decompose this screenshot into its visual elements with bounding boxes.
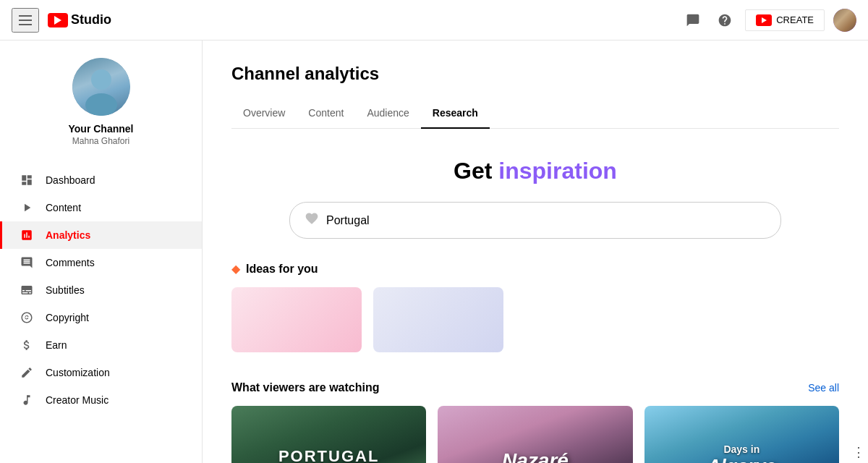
sidebar-item-dashboard[interactable]: Dashboard	[0, 166, 202, 194]
search-input[interactable]	[326, 214, 766, 227]
tab-overview[interactable]: Overview	[231, 98, 297, 129]
tab-research[interactable]: Research	[421, 98, 490, 129]
search-heart-icon	[305, 211, 319, 229]
profile-channel-name: Your Channel	[69, 123, 134, 135]
videos-grid: PORTUGAL Top Ten 9:29 Top 10 Places To V…	[231, 406, 839, 463]
sidebar-navigation: Dashboard Content Analytics Comments Sub…	[0, 161, 202, 420]
sidebar-profile: Your Channel Mahna Ghafori	[0, 41, 202, 161]
thumb-title-nazare: Nazaré	[502, 449, 569, 463]
video-more-button-3[interactable]: ⋮	[849, 441, 868, 463]
dashboard-icon	[20, 174, 34, 187]
sidebar: Your Channel Mahna Ghafori Dashboard Con…	[0, 41, 203, 463]
sidebar-item-creator-music[interactable]: Creator Music	[0, 386, 202, 414]
top-nav-right: CREATE	[681, 9, 856, 32]
youtube-icon	[48, 13, 68, 27]
create-icon	[756, 14, 772, 26]
thumb-title-algarve: Algarve	[707, 455, 776, 463]
analytics-tabs: Overview Content Audience Research	[231, 98, 839, 129]
top-nav-left: Studio	[12, 8, 111, 33]
ideas-for-you-section: ◆ Ideas for you	[231, 262, 839, 352]
inspiration-static-text: Get	[454, 158, 498, 184]
video-thumb-nazare: Nazaré OUR FAVORITE PLACE IN PORTUGAL 7:…	[438, 406, 632, 463]
video-card-algarve[interactable]: Days in Algarve 4K 10:22 How to Spend 5 …	[644, 406, 839, 463]
create-button[interactable]: CREATE	[745, 9, 825, 31]
video-card-nazare[interactable]: Nazaré OUR FAVORITE PLACE IN PORTUGAL 7:…	[438, 406, 632, 463]
idea-card-1[interactable]	[231, 287, 362, 352]
video-thumb-algarve: Days in Algarve 4K 10:22	[644, 406, 839, 463]
analytics-icon	[20, 229, 34, 242]
inspiration-section: Get inspiration	[231, 158, 839, 239]
see-all-button[interactable]: See all	[808, 382, 839, 394]
ideas-section-header: ◆ Ideas for you	[231, 262, 839, 276]
sidebar-item-customization-label: Customization	[46, 367, 110, 378]
main-content: Channel analytics Overview Content Audie…	[203, 41, 868, 463]
comments-icon	[20, 256, 34, 269]
sidebar-item-analytics-label: Analytics	[46, 229, 90, 241]
messages-button[interactable]	[681, 9, 705, 32]
sidebar-item-copyright[interactable]: Copyright	[0, 304, 202, 331]
create-label: CREATE	[776, 14, 814, 25]
sidebar-item-comments[interactable]: Comments	[0, 249, 202, 276]
sidebar-item-earn[interactable]: Earn	[0, 331, 202, 359]
sidebar-item-content-label: Content	[46, 202, 81, 213]
ideas-grid	[231, 287, 839, 352]
sidebar-item-comments-label: Comments	[46, 257, 95, 268]
profile-avatar	[72, 58, 130, 116]
viewers-header: What viewers are watching See all	[231, 381, 839, 394]
thumb-days-algarve: Days in	[723, 443, 760, 455]
sidebar-item-creator-music-label: Creator Music	[46, 394, 109, 406]
tab-audience[interactable]: Audience	[355, 98, 420, 129]
customization-icon	[20, 366, 34, 379]
svg-point-0	[91, 69, 111, 90]
copyright-icon	[20, 311, 34, 324]
search-bar	[289, 202, 781, 239]
studio-label: Studio	[71, 12, 111, 27]
viewers-section: What viewers are watching See all PORTUG…	[231, 381, 839, 463]
tab-content[interactable]: Content	[297, 98, 355, 129]
top-nav: Studio CREATE	[0, 0, 868, 41]
subtitles-icon	[20, 284, 34, 297]
sidebar-item-subtitles[interactable]: Subtitles	[0, 276, 202, 304]
ideas-section-title: Ideas for you	[246, 263, 318, 276]
profile-handle: Mahna Ghafori	[72, 136, 129, 146]
thumb-overlay-portugal: PORTUGAL Top Ten	[231, 406, 426, 463]
svg-point-1	[85, 93, 117, 116]
thumb-title-portugal: PORTUGAL	[278, 447, 379, 463]
youtube-logo-link[interactable]: Studio	[48, 12, 111, 27]
video-thumb-portugal: PORTUGAL Top Ten 9:29	[231, 406, 426, 463]
viewers-section-title: What viewers are watching	[231, 381, 380, 394]
spark-icon: ◆	[231, 262, 240, 276]
page-title: Channel analytics	[231, 64, 839, 84]
idea-card-2[interactable]	[373, 287, 503, 352]
sidebar-item-dashboard-label: Dashboard	[46, 174, 95, 186]
content-icon	[20, 201, 34, 214]
creator-music-icon	[20, 394, 34, 407]
sidebar-item-customization[interactable]: Customization	[0, 359, 202, 386]
menu-toggle-button[interactable]	[12, 8, 39, 33]
sidebar-item-subtitles-label: Subtitles	[46, 284, 85, 296]
inspiration-heading: Get inspiration	[231, 158, 839, 184]
sidebar-item-analytics[interactable]: Analytics	[0, 221, 202, 249]
profile-avatar-image	[72, 58, 130, 116]
sidebar-item-content[interactable]: Content	[0, 194, 202, 221]
sidebar-item-copyright-label: Copyright	[46, 312, 89, 323]
video-card-portugal[interactable]: PORTUGAL Top Ten 9:29 Top 10 Places To V…	[231, 406, 426, 463]
earn-icon	[20, 339, 34, 352]
thumb-overlay-nazare: Nazaré	[438, 406, 632, 463]
sidebar-item-earn-label: Earn	[46, 339, 67, 351]
user-avatar[interactable]	[833, 9, 856, 32]
inspiration-colored-text: inspiration	[498, 158, 617, 184]
thumb-overlay-algarve: Days in Algarve	[644, 406, 839, 463]
help-button[interactable]	[713, 9, 736, 32]
